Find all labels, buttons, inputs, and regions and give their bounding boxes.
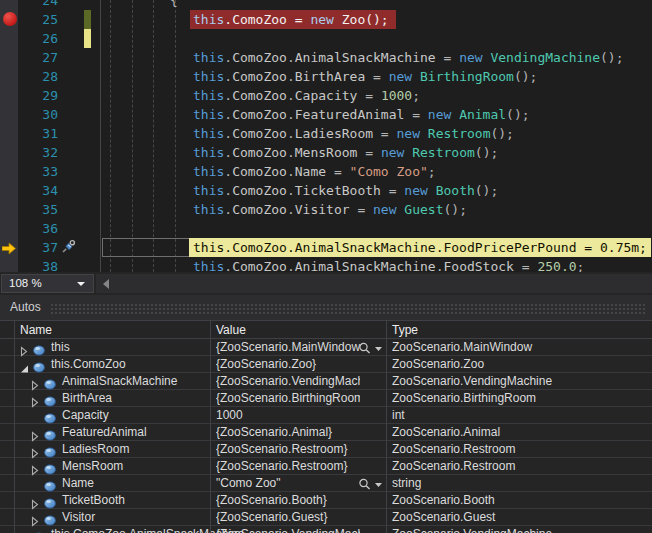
change-tracking-bar [84, 10, 91, 29]
code-line-32[interactable]: 32this.ComoZoo.MensRoom = new Restroom()… [0, 143, 652, 162]
variable-value[interactable]: {ZooScenario.Restroom} [216, 459, 360, 473]
code-text[interactable]: this.ComoZoo.FeaturedAnimal = new Animal… [193, 105, 530, 124]
variable-value[interactable]: {ZooScenario.Guest} [216, 510, 360, 524]
editor-zoom-value: 108 % [9, 277, 42, 289]
chevron-down-icon [375, 483, 382, 487]
variable-type: ZooScenario.Guest [392, 510, 495, 524]
code-line-35[interactable]: 35this.ComoZoo.Visitor = new Guest(); [0, 200, 652, 219]
variable-value[interactable]: {ZooScenario.VendingMachine} [216, 527, 360, 533]
variable-value[interactable]: {ZooScenario.MainWindow} [216, 340, 360, 354]
line-number: 37 [16, 238, 58, 257]
code-editor[interactable]: 24{25this.ComoZoo = new Zoo();2627this.C… [0, 0, 652, 272]
variable-name: BirthArea [62, 391, 112, 405]
titlebar-grip-dots [50, 303, 646, 314]
column-header-type[interactable]: Type [392, 323, 418, 337]
variable-value[interactable]: {ZooScenario.Zoo} [216, 357, 360, 371]
column-header-name[interactable]: Name [20, 323, 52, 337]
code-text[interactable]: this.ComoZoo.AnimalSnackMachine = new Ve… [193, 48, 624, 67]
autos-row-BirthArea[interactable]: BirthArea{ZooScenario.BirthingRoom}ZooSc… [0, 390, 652, 407]
current-statement-arrow-icon [2, 242, 16, 255]
line-number: 35 [16, 200, 58, 219]
code-text[interactable]: this.ComoZoo = new Zoo(); [193, 10, 389, 29]
code-line-25[interactable]: 25this.ComoZoo = new Zoo(); [0, 10, 652, 29]
code-line-31[interactable]: 31this.ComoZoo.LadiesRoom = new Restroom… [0, 124, 652, 143]
column-divider[interactable] [386, 320, 387, 533]
variable-name: this.ComoZoo [51, 357, 126, 371]
code-text[interactable]: this.ComoZoo.Capacity = 1000; [193, 86, 420, 105]
line-number: 31 [16, 124, 58, 143]
object-icon [44, 396, 56, 407]
variable-name: LadiesRoom [62, 442, 129, 456]
line-number: 38 [16, 257, 58, 272]
code-line-24[interactable]: 24{ [0, 0, 652, 10]
code-line-27[interactable]: 27this.ComoZoo.AnimalSnackMachine = new … [0, 48, 652, 67]
variable-value[interactable]: {ZooScenario.BirthingRoom} [216, 391, 360, 405]
variable-type: ZooScenario.MainWindow [392, 340, 532, 354]
column-divider[interactable] [210, 320, 211, 533]
variable-name: FeaturedAnimal [62, 425, 147, 439]
line-number: 32 [16, 143, 58, 162]
code-text[interactable]: this.ComoZoo.Visitor = new Guest(); [193, 200, 467, 219]
autos-grid: Name Value Type this{ZooScenario.MainWin… [0, 320, 652, 533]
code-line-26[interactable]: 26 [0, 29, 652, 48]
code-line-33[interactable]: 33this.ComoZoo.Name = "Como Zoo"; [0, 162, 652, 181]
line-number: 29 [16, 86, 58, 105]
code-text[interactable]: this.ComoZoo.LadiesRoom = new Restroom()… [193, 124, 514, 143]
autos-row-this.ComoZoo[interactable]: this.ComoZoo{ZooScenario.Zoo}ZooScenario… [0, 356, 652, 373]
breakpoint-icon[interactable] [3, 12, 17, 26]
variable-value[interactable]: {ZooScenario.Booth} [216, 493, 360, 507]
code-line-30[interactable]: 30this.ComoZoo.FeaturedAnimal = new Anim… [0, 105, 652, 124]
autos-row-Capacity[interactable]: Capacity1000int [0, 407, 652, 424]
code-text[interactable]: this.ComoZoo.Name = "Como Zoo"; [193, 162, 436, 181]
code-line-36[interactable]: 36 [0, 219, 652, 238]
code-line-38[interactable]: 38this.ComoZoo.AnimalSnackMachine.FoodSt… [0, 257, 652, 272]
object-icon [44, 464, 56, 475]
line-number: 30 [16, 105, 58, 124]
magnifier-icon[interactable] [358, 342, 384, 355]
variable-name: this [51, 340, 70, 354]
variable-value[interactable]: "Como Zoo" [216, 476, 360, 490]
variable-name: Capacity [62, 408, 109, 422]
object-icon [44, 379, 56, 390]
variable-value[interactable]: {ZooScenario.VendingMachine} [216, 374, 360, 388]
code-text[interactable]: this.ComoZoo.AnimalSnackMachine.FoodStoc… [193, 257, 584, 272]
object-icon [44, 481, 56, 492]
variable-name: AnimalSnackMachine [62, 374, 177, 388]
object-icon [33, 345, 45, 356]
autos-row-LadiesRoom[interactable]: LadiesRoom{ZooScenario.Restroom}ZooScena… [0, 441, 652, 458]
scroll-left-icon[interactable] [103, 279, 109, 289]
autos-titlebar: Autos [0, 295, 652, 320]
magnifier-icon[interactable] [358, 478, 384, 491]
autos-row-MensRoom[interactable]: MensRoom{ZooScenario.Restroom}ZooScenari… [0, 458, 652, 475]
editor-zoom-dropdown[interactable]: 108 % [1, 274, 94, 293]
column-divider[interactable] [14, 320, 15, 533]
column-header-value[interactable]: Value [216, 323, 246, 337]
variable-type: ZooScenario.Zoo [392, 357, 484, 371]
code-line-37[interactable]: 37this.ComoZoo.AnimalSnackMachine.FoodPr… [0, 238, 652, 257]
code-line-28[interactable]: 28this.ComoZoo.BirthArea = new BirthingR… [0, 67, 652, 86]
autos-row-FeaturedAnimal[interactable]: FeaturedAnimal{ZooScenario.Animal}ZooSce… [0, 424, 652, 441]
autos-row-Name[interactable]: Name"Como Zoo"string [0, 475, 652, 492]
change-tracking-bar [84, 29, 91, 48]
line-number: 24 [16, 0, 58, 10]
autos-row-this[interactable]: this{ZooScenario.MainWindow}ZooScenario.… [0, 339, 652, 356]
horizontal-scrollbar[interactable] [96, 274, 652, 293]
code-text[interactable]: this.ComoZoo.TicketBooth = new Booth(); [193, 181, 498, 200]
variable-name: TicketBooth [62, 493, 125, 507]
variable-value[interactable]: {ZooScenario.Animal} [216, 425, 360, 439]
pin-icon[interactable] [60, 239, 76, 255]
variable-value[interactable]: 1000 [216, 408, 360, 422]
line-number: 33 [16, 162, 58, 181]
autos-row-TicketBooth[interactable]: TicketBooth{ZooScenario.Booth}ZooScenari… [0, 492, 652, 509]
code-line-29[interactable]: 29this.ComoZoo.Capacity = 1000; [0, 86, 652, 105]
variable-value[interactable]: {ZooScenario.Restroom} [216, 442, 360, 456]
code-text[interactable]: this.ComoZoo.AnimalSnackMachine.FoodPric… [193, 238, 647, 257]
code-line-34[interactable]: 34this.ComoZoo.TicketBooth = new Booth()… [0, 181, 652, 200]
code-text[interactable]: this.ComoZoo.MensRoom = new Restroom(); [193, 143, 498, 162]
code-text[interactable]: { [170, 0, 178, 10]
autos-row-this.ComoZoo.AnimalSnackMachine[interactable]: this.ComoZoo.AnimalSnackMachine{ZooScena… [0, 526, 652, 533]
code-text[interactable]: this.ComoZoo.BirthArea = new BirthingRoo… [193, 67, 537, 86]
autos-row-AnimalSnackMachine[interactable]: AnimalSnackMachine{ZooScenario.VendingMa… [0, 373, 652, 390]
line-number: 25 [16, 10, 58, 29]
autos-row-Visitor[interactable]: Visitor{ZooScenario.Guest}ZooScenario.Gu… [0, 509, 652, 526]
